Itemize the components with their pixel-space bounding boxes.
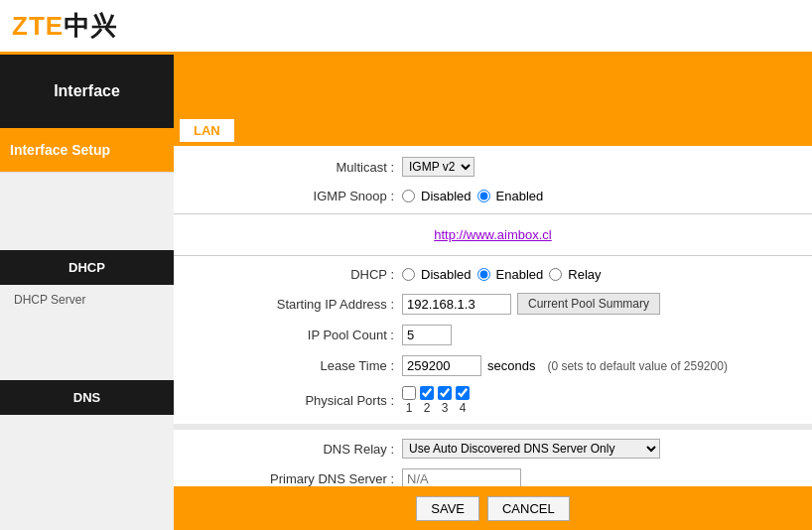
- lease-time-value: seconds (0 sets to default value of 2592…: [402, 355, 728, 376]
- dhcp-disabled-label: Disabled: [421, 267, 472, 282]
- multicast-value: IGMP v2 IGMP v3: [402, 157, 474, 177]
- tab-lan[interactable]: LAN: [178, 117, 236, 144]
- igmp-snoop-label: IGMP Snoop :: [184, 189, 402, 203]
- divider-2: [174, 255, 812, 256]
- dhcp-row: DHCP : Disabled Enabled Relay: [174, 260, 812, 288]
- logo-chinese: 中兴: [64, 11, 117, 41]
- nav-header: [174, 55, 812, 114]
- sidebar-interface-label: Interface: [54, 82, 120, 99]
- dns-relay-value: Use Auto Discovered DNS Server Only Disa…: [402, 439, 660, 459]
- logo-zte: ZTE: [12, 11, 64, 41]
- port-4-checkbox[interactable]: [456, 386, 470, 400]
- sidebar-item-interface[interactable]: Interface: [0, 55, 174, 128]
- port-4-label: 4: [456, 401, 470, 415]
- header: ZTE中兴: [0, 0, 812, 55]
- igmp-snoop-disabled-label: Disabled: [421, 189, 472, 203]
- port-1-checkbox[interactable]: [402, 386, 416, 400]
- current-pool-button[interactable]: Current Pool Summary: [517, 293, 660, 315]
- cancel-button[interactable]: CANCEL: [487, 496, 570, 521]
- ports-numbers: 1 2 3 4: [402, 401, 470, 415]
- port-3-checkbox[interactable]: [438, 386, 452, 400]
- main-area: LAN Multicast : IGMP v2 IGMP v3 IGMP Sno…: [174, 55, 812, 530]
- port-3-label: 3: [438, 401, 452, 415]
- primary-dns-label: Primary DNS Server :: [184, 471, 402, 486]
- layout: Interface Interface Setup DHCP DHCP Serv…: [0, 55, 812, 530]
- lease-time-unit: seconds: [487, 358, 535, 373]
- multicast-select[interactable]: IGMP v2 IGMP v3: [402, 157, 474, 177]
- sidebar-section-dns[interactable]: DNS: [0, 380, 174, 415]
- port-1-label: 1: [402, 401, 416, 415]
- primary-dns-value: [402, 468, 521, 486]
- ip-pool-count-input[interactable]: [402, 325, 452, 345]
- dhcp-value: Disabled Enabled Relay: [402, 267, 602, 282]
- sidebar-dhcp-label: DHCP: [68, 260, 105, 275]
- starting-ip-value: Current Pool Summary: [402, 293, 660, 315]
- dhcp-relay-label: Relay: [568, 267, 601, 282]
- igmp-snoop-disabled-radio[interactable]: [402, 190, 415, 202]
- multicast-label: Multicast :: [184, 160, 402, 175]
- port-2-label: 2: [420, 401, 434, 415]
- dhcp-relay-radio[interactable]: [549, 268, 562, 281]
- aimbox-link[interactable]: http://www.aimbox.cl: [434, 223, 552, 246]
- tab-lan-label: LAN: [194, 123, 220, 138]
- igmp-snoop-row: IGMP Snoop : Disabled Enabled: [174, 182, 812, 209]
- port-2-checkbox[interactable]: [420, 386, 434, 400]
- ports-grid: 1 2 3 4: [402, 386, 470, 415]
- ip-pool-count-value: [402, 325, 452, 345]
- starting-ip-row: Starting IP Address : Current Pool Summa…: [174, 288, 812, 320]
- sidebar-item-interface-setup[interactable]: Interface Setup: [0, 128, 174, 173]
- ip-pool-count-label: IP Pool Count :: [184, 328, 402, 342]
- footer: SAVE CANCEL: [174, 486, 812, 530]
- igmp-snoop-value: Disabled Enabled: [402, 189, 543, 203]
- sidebar-dhcp-server-label: DHCP Server: [14, 293, 85, 307]
- sidebar-dns-label: DNS: [73, 390, 100, 405]
- dhcp-disabled-radio[interactable]: [402, 268, 415, 281]
- save-button[interactable]: SAVE: [416, 496, 479, 521]
- lease-time-row: Lease Time : seconds (0 sets to default …: [174, 350, 812, 381]
- dhcp-enabled-label: Enabled: [496, 267, 544, 282]
- divider-1: [174, 213, 812, 214]
- sidebar-section-dhcp-server[interactable]: DHCP Server: [0, 285, 174, 315]
- content-area: Multicast : IGMP v2 IGMP v3 IGMP Snoop :…: [174, 146, 812, 486]
- sidebar: Interface Interface Setup DHCP DHCP Serv…: [0, 55, 174, 530]
- logo: ZTE中兴: [12, 9, 117, 44]
- aimbox-row: http://www.aimbox.cl: [174, 218, 812, 251]
- igmp-snoop-enabled-label: Enabled: [496, 189, 544, 203]
- dns-relay-label: DNS Relay :: [184, 442, 402, 457]
- sidebar-interface-setup-label: Interface Setup: [10, 142, 110, 158]
- dhcp-enabled-radio[interactable]: [477, 268, 490, 281]
- dhcp-label: DHCP :: [184, 267, 402, 282]
- starting-ip-label: Starting IP Address :: [184, 297, 402, 312]
- multicast-row: Multicast : IGMP v2 IGMP v3: [174, 152, 812, 182]
- sidebar-section-dhcp[interactable]: DHCP: [0, 250, 174, 285]
- dns-relay-row: DNS Relay : Use Auto Discovered DNS Serv…: [174, 434, 812, 464]
- ports-checkboxes: [402, 386, 470, 400]
- starting-ip-input[interactable]: [402, 294, 511, 315]
- primary-dns-row: Primary DNS Server :: [174, 464, 812, 486]
- physical-ports-row: Physical Ports : 1 2 3 4: [174, 381, 812, 420]
- physical-ports-label: Physical Ports :: [184, 393, 402, 408]
- physical-ports-value: 1 2 3 4: [402, 386, 470, 415]
- tab-bar: LAN: [174, 114, 812, 146]
- lease-time-input[interactable]: [402, 355, 481, 376]
- section-separator: [174, 424, 812, 430]
- lease-time-label: Lease Time :: [184, 358, 402, 373]
- lease-time-hint: (0 sets to default value of 259200): [547, 359, 727, 373]
- igmp-snoop-enabled-radio[interactable]: [477, 190, 490, 202]
- primary-dns-input[interactable]: [402, 468, 521, 486]
- ip-pool-count-row: IP Pool Count :: [174, 320, 812, 350]
- dns-relay-select[interactable]: Use Auto Discovered DNS Server Only Disa…: [402, 439, 660, 459]
